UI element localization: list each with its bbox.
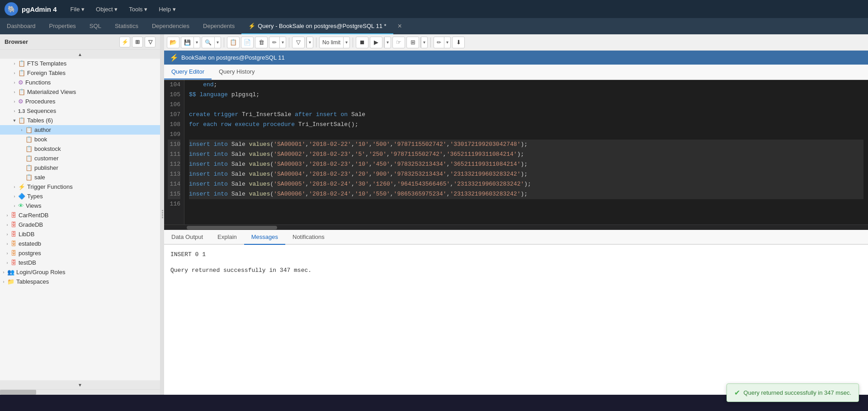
- explain-analyze-button[interactable]: ⊞: [406, 37, 419, 48]
- open-file-button[interactable]: 📂: [167, 37, 179, 48]
- filter-button[interactable]: ▽: [292, 37, 305, 48]
- tree-item-bookstock[interactable]: 📋 bookstock: [0, 144, 160, 154]
- edit-dropdown-arrow[interactable]: ▾: [279, 37, 286, 48]
- save-button[interactable]: 💾 ▾: [181, 37, 200, 48]
- tree-item-libdb[interactable]: › 🗄 LibDB: [0, 229, 160, 239]
- edit-button[interactable]: ✏ ▾: [269, 37, 286, 48]
- bottom-tabs: Data Output Explain Messages Notificatio…: [164, 230, 868, 245]
- tree-item-book[interactable]: 📋 book: [0, 135, 160, 144]
- download-button[interactable]: ⬇: [452, 37, 465, 48]
- sidebar-horizontal-scrollbar[interactable]: [0, 389, 160, 395]
- tree-item-sale[interactable]: 📋 sale: [0, 173, 160, 182]
- find-button[interactable]: 🔍 ▾: [202, 37, 221, 48]
- tree-item-functions[interactable]: › ⚙ Functions: [0, 78, 160, 87]
- tree-item-tables[interactable]: ▼ 📋 Tables (6): [0, 116, 160, 125]
- tree-item-carentdb[interactable]: › 🗄 CarRentDB: [0, 210, 160, 220]
- tab-dependencies[interactable]: Dependencies: [145, 18, 196, 34]
- postgres-label: postgres: [19, 250, 41, 257]
- tree-item-tablespaces[interactable]: › 📁 Tablespaces: [0, 277, 160, 286]
- horizontal-scrollbar[interactable]: [164, 224, 868, 230]
- format-dropdown-arrow[interactable]: ▾: [444, 37, 450, 48]
- tab-query-editor[interactable]: Query Editor: [164, 65, 212, 79]
- tree-item-gradedb[interactable]: › 🗄 GradeDB: [0, 220, 160, 229]
- fts-templates-label: FTS Templates: [27, 60, 66, 67]
- table-view-button[interactable]: ⊞: [132, 37, 143, 47]
- tree-item-login-group-roles[interactable]: › 👥 Login/Group Roles: [0, 267, 160, 277]
- find-dropdown-arrow[interactable]: ▾: [214, 37, 221, 48]
- logo-icon: 🐘: [5, 2, 18, 16]
- testdb-label: testDB: [19, 259, 36, 266]
- expand-icon: ›: [4, 213, 11, 218]
- stop-button[interactable]: ⏹: [356, 37, 368, 48]
- code-editor: 104 105 106 107 108 109 110 111 112 113 …: [164, 80, 868, 224]
- tree-item-trigger-functions[interactable]: › ⚡ Trigger Functions: [0, 182, 160, 191]
- tree-item-materialized-views[interactable]: › 📋 Materialized Views: [0, 87, 160, 97]
- tree-item-author[interactable]: › 📋 author: [0, 125, 160, 135]
- lightning-icon: ⚡: [248, 23, 255, 29]
- nav-file[interactable]: File ▾: [66, 4, 90, 15]
- sidebar-tree: › 📋 FTS Templates › 📋 Foreign Tables › ⚙…: [0, 59, 160, 380]
- refresh-button[interactable]: ⚡: [119, 37, 130, 47]
- libdb-icon: 🗄: [11, 231, 17, 238]
- types-icon: 🔷: [18, 193, 25, 200]
- tab-query[interactable]: ⚡ Query - BookSale on postgres@PostgreSQ…: [241, 18, 393, 34]
- execute-dropdown-arrow[interactable]: ▾: [384, 37, 391, 48]
- publisher-label: publisher: [34, 164, 58, 171]
- filter-button[interactable]: ▽: [145, 37, 156, 47]
- h-scrollbar-thumb[interactable]: [187, 226, 277, 229]
- paste-button[interactable]: 📄: [241, 37, 254, 48]
- tab-statistics[interactable]: Statistics: [108, 18, 145, 34]
- delete-button[interactable]: 🗑: [255, 37, 268, 48]
- explain-button[interactable]: ☞: [392, 37, 405, 48]
- tab-properties[interactable]: Properties: [42, 18, 83, 34]
- tree-item-postgres[interactable]: › 🗄 postgres: [0, 248, 160, 258]
- nav-help[interactable]: Help ▾: [154, 4, 180, 15]
- tree-item-customer[interactable]: 📋 customer: [0, 154, 160, 163]
- split-drag-handle[interactable]: [160, 34, 164, 395]
- tree-item-testdb[interactable]: › 🗄 testDB: [0, 258, 160, 267]
- no-limit-arrow[interactable]: ▾: [343, 37, 349, 48]
- explain-dropdown[interactable]: ▾: [420, 37, 428, 48]
- code-line-106: [189, 100, 863, 110]
- save-dropdown-arrow[interactable]: ▾: [193, 37, 200, 48]
- execute-button[interactable]: ▶: [370, 37, 382, 48]
- scroll-up-arrow[interactable]: ▲: [0, 50, 160, 59]
- tab-dependents[interactable]: Dependents: [196, 18, 241, 34]
- scroll-down-arrow[interactable]: ▼: [0, 380, 160, 389]
- explain-dropdown-arrow[interactable]: ▾: [421, 37, 427, 48]
- tree-item-fts-templates[interactable]: › 📋 FTS Templates: [0, 59, 160, 68]
- sidebar-scrollbar-thumb[interactable]: [0, 390, 36, 395]
- tree-item-sequences[interactable]: › 1.3 Sequences: [0, 106, 160, 116]
- code-line-116: [189, 199, 863, 209]
- tab-sql[interactable]: SQL: [83, 18, 108, 34]
- tab-messages[interactable]: Messages: [244, 230, 285, 245]
- tab-data-output[interactable]: Data Output: [164, 230, 210, 245]
- browser-sidebar: Browser ⚡ ⊞ ▽ ▲ › 📋 FTS Templates › 📋 Fo…: [0, 34, 160, 395]
- message-line-2: Query returned successfully in 347 msec.: [170, 265, 862, 276]
- execute-dropdown[interactable]: ▾: [384, 37, 391, 48]
- browser-label: Browser: [5, 38, 28, 45]
- close-query-tab-button[interactable]: ×: [393, 22, 406, 30]
- tree-item-views[interactable]: › 👁 Views: [0, 201, 160, 210]
- tab-dashboard[interactable]: Dashboard: [0, 18, 42, 34]
- tab-explain[interactable]: Explain: [210, 230, 244, 245]
- tab-query-history[interactable]: Query History: [212, 65, 262, 79]
- tree-item-types[interactable]: › 🔷 Types: [0, 191, 160, 201]
- code-content[interactable]: end; $$ language plpgsql; create trigger…: [184, 80, 868, 224]
- format-button[interactable]: ✏ ▾: [434, 37, 451, 48]
- nav-tools[interactable]: Tools ▾: [124, 4, 152, 15]
- tree-item-publisher[interactable]: 📋 publisher: [0, 163, 160, 173]
- tree-item-procedures[interactable]: › ⚙ Procedures: [0, 97, 160, 106]
- filter-dropdown[interactable]: ▾: [306, 37, 313, 48]
- copy-button[interactable]: 📋: [227, 37, 240, 48]
- code-line-113: insert into Sale values('SA00004','2018-…: [189, 169, 863, 179]
- tree-item-estatedb[interactable]: › 🗄 estatedb: [0, 239, 160, 248]
- tab-notifications[interactable]: Notifications: [285, 230, 332, 245]
- nav-object[interactable]: Object ▾: [91, 4, 122, 15]
- messages-area: INSERT 0 1 Query returned successfully i…: [164, 245, 868, 395]
- no-limit-dropdown[interactable]: No limit ▾: [319, 37, 350, 48]
- tree-item-foreign-tables[interactable]: › 📋 Foreign Tables: [0, 68, 160, 78]
- filter-dropdown-arrow[interactable]: ▾: [307, 37, 313, 48]
- tablespaces-icon: 📁: [7, 278, 14, 285]
- code-line-109: [189, 130, 863, 140]
